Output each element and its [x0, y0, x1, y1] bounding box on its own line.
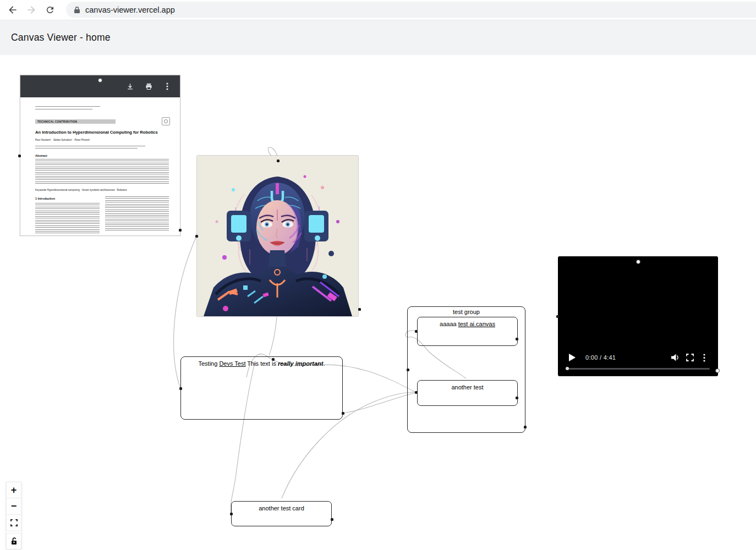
paper-dates-line [35, 146, 145, 147]
ai-canvas-link[interactable]: test ai.canvas [458, 321, 495, 327]
zoom-in-glyph: + [11, 485, 17, 496]
video-time: 0:00 / 4:41 [585, 354, 616, 361]
print-icon[interactable] [141, 79, 156, 94]
group-card-another-test-title: another test [418, 381, 517, 391]
more-vertical-icon[interactable] [697, 351, 711, 364]
text-segment: aaaaa [440, 321, 458, 327]
handle[interactable] [342, 412, 344, 415]
edge [343, 393, 415, 413]
download-icon[interactable] [123, 79, 137, 94]
handle[interactable] [179, 229, 182, 232]
video-progress-bar[interactable] [566, 368, 710, 370]
text-node[interactable]: Testing Devs Test This text is really im… [180, 356, 343, 420]
text-segment: Testing [198, 360, 219, 367]
paper-authors: Peer Neubert¹ · Stefan Schubert¹ · Peter… [35, 139, 169, 141]
browser-chrome: canvas-viewer.vercel.app [0, 0, 756, 20]
handle[interactable] [516, 397, 518, 399]
another-test-card-node[interactable]: another test card [231, 501, 332, 526]
handle-circle[interactable] [715, 369, 720, 373]
group-label: test group [408, 307, 525, 315]
handle-circle[interactable] [98, 78, 102, 82]
video-progress-knob[interactable] [566, 367, 569, 370]
handle[interactable] [331, 518, 333, 521]
handle[interactable] [556, 315, 559, 318]
handle[interactable] [415, 391, 418, 394]
handle[interactable] [230, 513, 233, 515]
group-card-aaaaa[interactable]: aaaaa test ai.canvas [417, 317, 518, 346]
url-text: canvas-viewer.vercel.app [85, 6, 175, 14]
forward-arrow-icon[interactable] [22, 2, 41, 18]
volume-icon[interactable] [669, 351, 683, 364]
group-card-aaaaa-title: aaaaa test ai.canvas [418, 317, 517, 327]
back-arrow-icon[interactable] [3, 2, 22, 18]
paper-meta-line [35, 109, 92, 110]
image-node[interactable] [197, 156, 358, 316]
another-test-card-title: another test card [232, 502, 331, 512]
handle-circle[interactable] [636, 260, 640, 264]
paper-title: An Introduction to Hyperdimensional Comp… [35, 130, 169, 135]
padlock-icon [74, 6, 80, 14]
handle[interactable] [272, 358, 275, 361]
lock-toggle-button[interactable] [6, 533, 21, 549]
paper-keywords: Keywords Hyperdimensional computing · Ve… [35, 189, 169, 191]
edge [269, 317, 277, 355]
text-segment: . [323, 360, 325, 367]
handle[interactable] [516, 338, 518, 340]
paper-contribution-label: TECHNICAL CONTRIBUTION [35, 119, 116, 124]
handle[interactable] [358, 308, 361, 311]
handle[interactable] [195, 235, 198, 238]
video-controls: 0:00 / 4:41 [565, 351, 711, 364]
devs-test-link[interactable]: Devs Test [219, 360, 245, 367]
publisher-logo-icon [162, 117, 170, 125]
group-node[interactable]: test group aaaaa test ai.canvas another … [407, 306, 525, 433]
paper-dates-line [35, 148, 138, 149]
play-icon[interactable] [565, 351, 579, 364]
handle[interactable] [18, 155, 21, 157]
paper-two-columns [35, 203, 169, 234]
unlock-icon [10, 537, 18, 545]
url-bar[interactable]: canvas-viewer.vercel.app [66, 2, 756, 18]
pdf-page: TECHNICAL CONTRIBUTION An Introduction t… [20, 97, 180, 234]
handle[interactable] [524, 426, 527, 428]
handle[interactable] [277, 160, 280, 162]
canvas-controls: + − [6, 482, 21, 549]
fit-view-icon [10, 519, 18, 526]
handle[interactable] [179, 387, 182, 390]
page-header: Canvas Viewer - home [0, 20, 756, 55]
reload-icon[interactable] [41, 2, 59, 18]
zoom-in-button[interactable]: + [6, 482, 21, 498]
fullscreen-icon[interactable] [683, 351, 697, 364]
handle[interactable] [415, 330, 418, 333]
emphasized-text: really important [278, 360, 324, 367]
paper-abstract-body [35, 159, 169, 185]
page-title: Canvas Viewer - home [11, 32, 111, 43]
group-card-another-test[interactable]: another test [417, 380, 518, 406]
pdf-node[interactable]: TECHNICAL CONTRIBUTION An Introduction t… [20, 75, 180, 236]
fit-view-button[interactable] [6, 515, 21, 531]
zoom-out-glyph: − [11, 501, 17, 512]
canvas-viewport[interactable]: TECHNICAL CONTRIBUTION An Introduction t… [0, 55, 756, 550]
paper-meta-line [35, 106, 100, 107]
zoom-out-button[interactable]: − [6, 498, 21, 515]
video-node[interactable]: 0:00 / 4:41 [558, 256, 718, 376]
ai-portrait-image [197, 156, 358, 316]
handle[interactable] [407, 369, 409, 371]
more-vertical-icon[interactable] [160, 79, 174, 94]
paper-abstract-heading: Abstract [35, 154, 169, 157]
text-node-content: Testing Devs Test This text is really im… [181, 357, 342, 367]
text-segment: This text is [245, 360, 277, 367]
